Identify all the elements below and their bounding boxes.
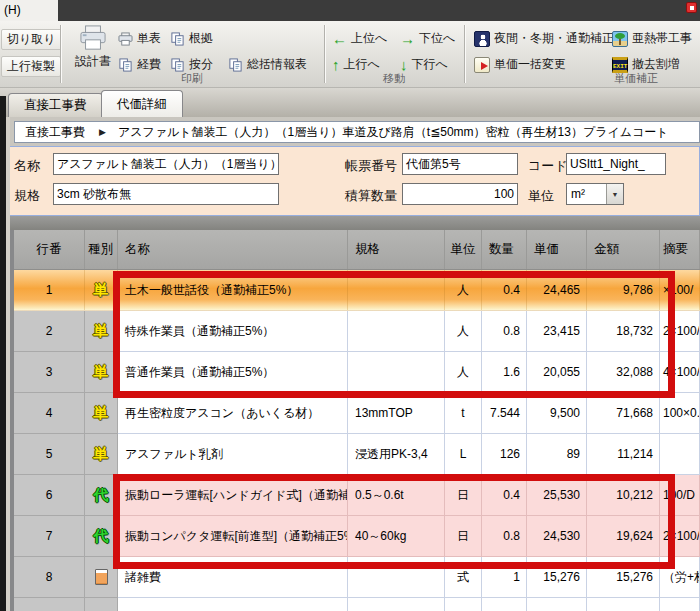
annotation-rectangle-rows-6-7	[113, 474, 675, 569]
duplicate-row-button[interactable]: 上行複製	[1, 56, 61, 77]
document-icon	[228, 58, 243, 72]
ribbon-toolbar: 切り取り 上行複製 設計書	[0, 21, 700, 88]
breadcrumb-bar: 直接工事費 ▶ アスファルト舗装工（人力）（1層当り）車道及び路肩（t≦50mm…	[6, 117, 700, 146]
night-winter-commute-adjust-button[interactable]: 夜間・冬期・通勤補正	[474, 30, 614, 47]
cell-price[interactable]	[527, 598, 587, 611]
cell-unit[interactable]: L	[445, 434, 482, 475]
unit-select-value: m²	[567, 187, 606, 201]
summary-info-button[interactable]: 総括情報表	[228, 56, 307, 73]
cell-qty[interactable]: 7.544	[482, 393, 527, 434]
cell-no[interactable]	[14, 598, 85, 611]
grid-header-row: 行番 種別 名称 規格 単位 数量 単価 金額 摘要	[14, 230, 700, 270]
arrow-left-icon: ←	[332, 32, 347, 46]
cell-qty[interactable]	[482, 598, 527, 611]
cell-no[interactable]: 6	[14, 475, 85, 516]
cell-type[interactable]: 単	[85, 434, 118, 475]
annotation-rectangle-rows-1-3	[113, 271, 675, 398]
column-header-amount[interactable]: 金額	[587, 230, 660, 269]
cell-unit[interactable]: t	[445, 393, 482, 434]
cell-type[interactable]	[85, 598, 118, 611]
cell-name[interactable]: アスファルト乳剤	[118, 434, 348, 475]
cell-note[interactable]	[660, 434, 700, 475]
anbun-print-button[interactable]: 按分	[170, 56, 213, 73]
cell-no[interactable]: 8	[14, 557, 85, 598]
cell-spec[interactable]	[348, 598, 445, 611]
cell-no[interactable]: 5	[14, 434, 85, 475]
report-number-label: 帳票番号	[345, 157, 397, 175]
name-field[interactable]: アスファルト舗装工（人力）（1層当り）車道及び	[53, 153, 279, 175]
cell-spec[interactable]: 13mmTOP	[348, 393, 445, 434]
cut-button[interactable]: 切り取り	[1, 29, 62, 50]
cell-price[interactable]: 9,500	[527, 393, 587, 434]
unit-select[interactable]: m² ▼	[566, 183, 624, 205]
column-header-name[interactable]: 名称	[118, 230, 348, 269]
subtropical-work-button[interactable]: 亜熱帯工事	[612, 30, 692, 47]
corner-red-icon[interactable]	[686, 2, 697, 13]
move-down-level-label: 下位へ	[419, 30, 455, 47]
cell-price[interactable]: 89	[527, 434, 587, 475]
report-number-field[interactable]: 代価第5号	[402, 153, 518, 175]
tab-direct-cost-label: 直接工事費	[24, 97, 87, 114]
cut-button-label: 切り取り	[7, 31, 56, 48]
move-up-level-label: 上位へ	[351, 30, 387, 47]
estimate-qty-field[interactable]: 100	[402, 183, 518, 205]
cell-amount[interactable]: 11,214	[587, 434, 660, 475]
palm-tree-icon	[612, 31, 628, 47]
column-header-spec[interactable]: 規格	[348, 230, 445, 269]
column-header-unit[interactable]: 単位	[445, 230, 482, 269]
cell-amount[interactable]: 71,668	[587, 393, 660, 434]
column-header-note[interactable]: 摘要	[660, 230, 700, 269]
cell-no[interactable]: 2	[14, 311, 85, 352]
column-header-price[interactable]: 単価	[527, 230, 587, 269]
move-down-level-button[interactable]: → 下位へ	[400, 30, 455, 47]
table-row[interactable]	[14, 598, 700, 611]
toolbar-group-print: 設計書 単表 経費	[62, 23, 322, 86]
column-header-qty[interactable]: 数量	[482, 230, 527, 269]
move-up-level-button[interactable]: ← 上位へ	[332, 30, 387, 47]
group-separator	[60, 25, 61, 83]
cell-note[interactable]: 100×0.	[660, 393, 700, 434]
cell-amount[interactable]	[587, 598, 660, 611]
cell-spec[interactable]: 浸透用PK-3,4	[348, 434, 445, 475]
chevron-down-icon[interactable]: ▼	[606, 184, 623, 204]
table-row[interactable]: 4単再生密粒度アスコン（あいくる材）13mmTOPt7.5449,50071,6…	[14, 393, 700, 434]
table-row[interactable]: 5単アスファルト乳剤浸透用PK-3,4L1268911,214	[14, 434, 700, 475]
cell-qty[interactable]: 126	[482, 434, 527, 475]
keihi-label: 経費	[137, 56, 161, 73]
breadcrumb-arrow-icon: ▶	[95, 127, 118, 137]
konkyo-print-button[interactable]: 根拠	[170, 30, 213, 47]
move-up-row-label: 上行へ	[344, 56, 380, 73]
group-caption-print: 印刷	[62, 72, 322, 86]
column-header-type[interactable]: 種別	[85, 230, 118, 269]
cell-no[interactable]: 3	[14, 352, 85, 393]
code-field[interactable]: USItt1_Night_	[566, 153, 666, 175]
menu-item-help[interactable]: (H)	[0, 0, 58, 21]
design-document-button[interactable]: 設計書	[68, 25, 118, 70]
breadcrumb-root[interactable]: 直接工事費	[15, 124, 95, 141]
tab-daika-detail[interactable]: 代価詳細	[101, 90, 183, 117]
tanpyo-print-button[interactable]: 単表	[118, 30, 161, 47]
toolbar-group-price-adjust: 夜間・冬期・通勤補正 単価一括変更 亜熱帯工事 EXIT 撤去割増 単価補正	[466, 23, 700, 86]
tab-direct-cost[interactable]: 直接工事費	[8, 93, 103, 117]
cell-unit[interactable]	[445, 598, 482, 611]
cell-name[interactable]	[118, 598, 348, 611]
removal-surcharge-button[interactable]: EXIT 撤去割増	[612, 56, 680, 73]
printer-small-icon	[118, 32, 133, 46]
cell-name[interactable]: 再生密粒度アスコン（あいくる材）	[118, 393, 348, 434]
printer-icon	[78, 25, 108, 51]
spec-field[interactable]: 3cm 砂散布無	[53, 183, 279, 205]
cell-type[interactable]: 単	[85, 393, 118, 434]
panel-splitter[interactable]	[6, 216, 700, 230]
column-header-row-no[interactable]: 行番	[14, 230, 85, 269]
move-down-row-button[interactable]: ↓ 下行へ	[400, 56, 448, 73]
move-up-row-button[interactable]: ↑ 上行へ	[332, 56, 380, 73]
type-kanji-icon: 単	[94, 323, 109, 339]
removal-surcharge-label: 撤去割増	[632, 56, 680, 73]
keihi-print-button[interactable]: 経費	[118, 56, 161, 73]
unit-label: 単位	[528, 187, 554, 205]
cell-note[interactable]	[660, 598, 700, 611]
cell-no[interactable]: 7	[14, 516, 85, 557]
cell-no[interactable]: 4	[14, 393, 85, 434]
bulk-price-change-button[interactable]: 単価一括変更	[474, 56, 566, 73]
cell-no[interactable]: 1	[14, 270, 85, 311]
